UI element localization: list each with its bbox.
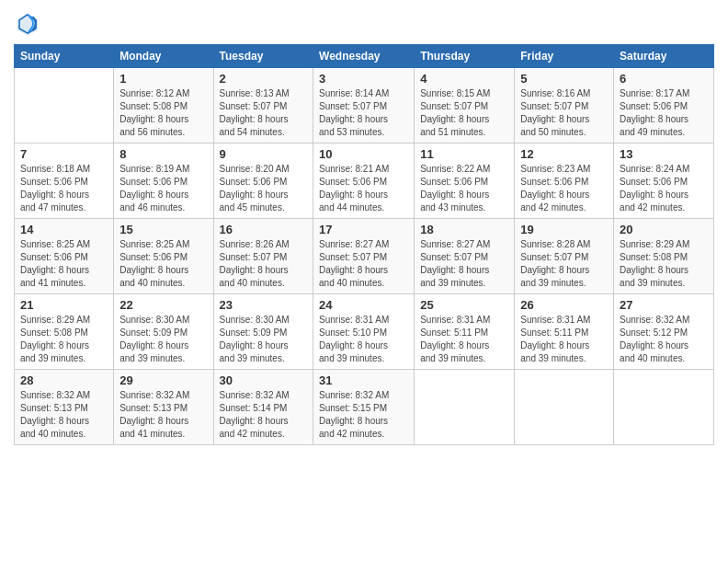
calendar-cell: 23Sunrise: 8:30 AM Sunset: 5:09 PM Dayli… xyxy=(213,294,313,370)
calendar-cell xyxy=(15,68,114,144)
day-number: 30 xyxy=(220,373,308,387)
calendar-table: SundayMondayTuesdayWednesdayThursdayFrid… xyxy=(14,44,714,445)
day-info: Sunrise: 8:15 AM Sunset: 5:07 PM Dayligh… xyxy=(420,87,508,139)
calendar-cell: 5Sunrise: 8:16 AM Sunset: 5:07 PM Daylig… xyxy=(515,68,614,144)
day-info: Sunrise: 8:22 AM Sunset: 5:06 PM Dayligh… xyxy=(420,163,508,214)
day-number: 4 xyxy=(420,72,508,86)
day-number: 18 xyxy=(420,223,508,236)
day-info: Sunrise: 8:26 AM Sunset: 5:07 PM Dayligh… xyxy=(220,238,308,290)
calendar-cell: 11Sunrise: 8:22 AM Sunset: 5:06 PM Dayli… xyxy=(415,144,515,219)
day-info: Sunrise: 8:21 AM Sunset: 5:06 PM Dayligh… xyxy=(319,163,408,214)
day-info: Sunrise: 8:29 AM Sunset: 5:08 PM Dayligh… xyxy=(620,238,708,290)
day-info: Sunrise: 8:16 AM Sunset: 5:07 PM Dayligh… xyxy=(520,87,608,139)
calendar-cell: 31Sunrise: 8:32 AM Sunset: 5:15 PM Dayli… xyxy=(313,370,415,445)
calendar-cell: 12Sunrise: 8:23 AM Sunset: 5:06 PM Dayli… xyxy=(515,144,614,219)
logo xyxy=(14,9,45,37)
day-number: 8 xyxy=(119,147,207,161)
calendar-cell xyxy=(614,370,714,445)
day-number: 28 xyxy=(20,373,108,387)
day-info: Sunrise: 8:23 AM Sunset: 5:06 PM Dayligh… xyxy=(520,163,608,214)
day-number: 1 xyxy=(119,72,207,86)
calendar-week-5: 28Sunrise: 8:32 AM Sunset: 5:13 PM Dayli… xyxy=(15,370,714,445)
day-info: Sunrise: 8:18 AM Sunset: 5:06 PM Dayligh… xyxy=(20,163,108,214)
day-number: 10 xyxy=(319,147,408,161)
column-header-friday: Friday xyxy=(515,45,614,68)
day-number: 15 xyxy=(119,223,207,236)
calendar-cell: 18Sunrise: 8:27 AM Sunset: 5:07 PM Dayli… xyxy=(415,219,515,294)
day-info: Sunrise: 8:14 AM Sunset: 5:07 PM Dayligh… xyxy=(319,87,408,139)
calendar-cell: 9Sunrise: 8:20 AM Sunset: 5:06 PM Daylig… xyxy=(213,144,313,219)
calendar-cell: 29Sunrise: 8:32 AM Sunset: 5:13 PM Dayli… xyxy=(114,370,213,445)
day-info: Sunrise: 8:29 AM Sunset: 5:08 PM Dayligh… xyxy=(20,314,108,365)
calendar-week-1: 1Sunrise: 8:12 AM Sunset: 5:08 PM Daylig… xyxy=(15,68,714,144)
day-number: 24 xyxy=(319,298,408,312)
calendar-week-2: 7Sunrise: 8:18 AM Sunset: 5:06 PM Daylig… xyxy=(15,144,714,219)
calendar-cell xyxy=(515,370,614,445)
day-number: 7 xyxy=(20,147,108,161)
logo-icon xyxy=(14,9,41,37)
day-info: Sunrise: 8:31 AM Sunset: 5:11 PM Dayligh… xyxy=(520,314,608,365)
day-info: Sunrise: 8:28 AM Sunset: 5:07 PM Dayligh… xyxy=(520,238,608,290)
day-number: 25 xyxy=(420,298,508,312)
calendar-cell: 20Sunrise: 8:29 AM Sunset: 5:08 PM Dayli… xyxy=(614,219,714,294)
day-number: 6 xyxy=(620,72,708,86)
day-info: Sunrise: 8:31 AM Sunset: 5:11 PM Dayligh… xyxy=(420,314,508,365)
day-info: Sunrise: 8:32 AM Sunset: 5:13 PM Dayligh… xyxy=(20,389,108,441)
day-number: 3 xyxy=(319,72,408,86)
day-info: Sunrise: 8:27 AM Sunset: 5:07 PM Dayligh… xyxy=(420,238,508,290)
column-header-monday: Monday xyxy=(114,45,213,68)
calendar-header-row: SundayMondayTuesdayWednesdayThursdayFrid… xyxy=(15,45,714,68)
page-header xyxy=(14,9,714,37)
calendar-week-3: 14Sunrise: 8:25 AM Sunset: 5:06 PM Dayli… xyxy=(15,219,714,294)
calendar-cell: 2Sunrise: 8:13 AM Sunset: 5:07 PM Daylig… xyxy=(213,68,313,144)
calendar-cell: 8Sunrise: 8:19 AM Sunset: 5:06 PM Daylig… xyxy=(114,144,213,219)
calendar-cell: 1Sunrise: 8:12 AM Sunset: 5:08 PM Daylig… xyxy=(114,68,213,144)
day-info: Sunrise: 8:31 AM Sunset: 5:10 PM Dayligh… xyxy=(319,314,408,365)
calendar-cell xyxy=(415,370,515,445)
day-number: 11 xyxy=(420,147,508,161)
column-header-sunday: Sunday xyxy=(15,45,114,68)
column-header-wednesday: Wednesday xyxy=(313,45,415,68)
day-info: Sunrise: 8:24 AM Sunset: 5:06 PM Dayligh… xyxy=(620,163,708,214)
page-container: SundayMondayTuesdayWednesdayThursdayFrid… xyxy=(0,0,728,454)
day-number: 23 xyxy=(220,298,308,312)
day-number: 5 xyxy=(520,72,608,86)
day-number: 9 xyxy=(220,147,308,161)
day-info: Sunrise: 8:17 AM Sunset: 5:06 PM Dayligh… xyxy=(620,87,708,139)
day-info: Sunrise: 8:32 AM Sunset: 5:15 PM Dayligh… xyxy=(319,389,408,441)
day-number: 12 xyxy=(520,147,608,161)
day-info: Sunrise: 8:30 AM Sunset: 5:09 PM Dayligh… xyxy=(220,314,308,365)
day-number: 16 xyxy=(220,223,308,236)
day-number: 14 xyxy=(20,223,108,236)
calendar-cell: 24Sunrise: 8:31 AM Sunset: 5:10 PM Dayli… xyxy=(313,294,415,370)
day-number: 22 xyxy=(119,298,207,312)
calendar-cell: 26Sunrise: 8:31 AM Sunset: 5:11 PM Dayli… xyxy=(515,294,614,370)
calendar-cell: 16Sunrise: 8:26 AM Sunset: 5:07 PM Dayli… xyxy=(213,219,313,294)
calendar-cell: 27Sunrise: 8:32 AM Sunset: 5:12 PM Dayli… xyxy=(614,294,714,370)
calendar-cell: 13Sunrise: 8:24 AM Sunset: 5:06 PM Dayli… xyxy=(614,144,714,219)
day-info: Sunrise: 8:13 AM Sunset: 5:07 PM Dayligh… xyxy=(220,87,308,139)
day-info: Sunrise: 8:20 AM Sunset: 5:06 PM Dayligh… xyxy=(220,163,308,214)
day-number: 2 xyxy=(220,72,308,86)
day-number: 26 xyxy=(520,298,608,312)
calendar-cell: 22Sunrise: 8:30 AM Sunset: 5:09 PM Dayli… xyxy=(114,294,213,370)
calendar-cell: 15Sunrise: 8:25 AM Sunset: 5:06 PM Dayli… xyxy=(114,219,213,294)
column-header-tuesday: Tuesday xyxy=(213,45,313,68)
day-info: Sunrise: 8:32 AM Sunset: 5:12 PM Dayligh… xyxy=(620,314,708,365)
calendar-cell: 25Sunrise: 8:31 AM Sunset: 5:11 PM Dayli… xyxy=(415,294,515,370)
day-number: 20 xyxy=(620,223,708,236)
calendar-cell: 6Sunrise: 8:17 AM Sunset: 5:06 PM Daylig… xyxy=(614,68,714,144)
day-info: Sunrise: 8:32 AM Sunset: 5:14 PM Dayligh… xyxy=(220,389,308,441)
day-number: 31 xyxy=(319,373,408,387)
day-info: Sunrise: 8:32 AM Sunset: 5:13 PM Dayligh… xyxy=(119,389,207,441)
calendar-cell: 4Sunrise: 8:15 AM Sunset: 5:07 PM Daylig… xyxy=(415,68,515,144)
calendar-cell: 14Sunrise: 8:25 AM Sunset: 5:06 PM Dayli… xyxy=(15,219,114,294)
calendar-cell: 19Sunrise: 8:28 AM Sunset: 5:07 PM Dayli… xyxy=(515,219,614,294)
day-info: Sunrise: 8:30 AM Sunset: 5:09 PM Dayligh… xyxy=(119,314,207,365)
calendar-cell: 17Sunrise: 8:27 AM Sunset: 5:07 PM Dayli… xyxy=(313,219,415,294)
day-info: Sunrise: 8:19 AM Sunset: 5:06 PM Dayligh… xyxy=(119,163,207,214)
day-number: 29 xyxy=(119,373,207,387)
day-info: Sunrise: 8:25 AM Sunset: 5:06 PM Dayligh… xyxy=(119,238,207,290)
calendar-cell: 7Sunrise: 8:18 AM Sunset: 5:06 PM Daylig… xyxy=(15,144,114,219)
column-header-thursday: Thursday xyxy=(415,45,515,68)
